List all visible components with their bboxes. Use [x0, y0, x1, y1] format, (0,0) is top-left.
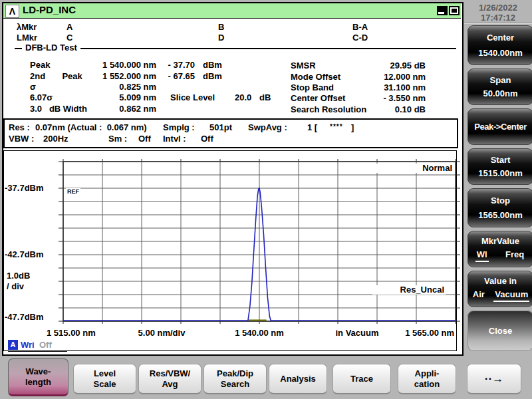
vacuum-mode-label: in Vacuum — [335, 329, 378, 338]
ref-line-label: REF — [66, 188, 80, 195]
menu-label: Trace — [350, 374, 373, 384]
result-label: σ — [30, 82, 36, 92]
minimize-button[interactable] — [437, 6, 448, 15]
result-value: 29.95 dB — [351, 61, 426, 70]
menu-label: Analysis — [280, 374, 315, 384]
result-wavelength: 5.009 nm — [90, 93, 156, 102]
result-label: Center Offset — [291, 94, 345, 103]
y-scale-label-2: / div — [7, 282, 24, 291]
menu-label: Scale — [94, 379, 116, 390]
menu-label: Search — [221, 379, 249, 390]
spectrum-chart — [59, 157, 464, 327]
option-air[interactable]: Air — [471, 289, 486, 301]
swpavg-stars: **** — [330, 122, 343, 132]
x-tick-start: 1 515.00 nm — [47, 329, 96, 338]
softkey-center[interactable]: Center 1540.00nm — [467, 25, 532, 65]
softkey-value: 50.00nm — [483, 88, 517, 98]
softkey-mkr-value[interactable]: MkrValue Wl Freq — [467, 231, 532, 267]
sidebar-separator — [464, 23, 532, 24]
menu-more-arrow[interactable]: ··→ — [467, 364, 521, 394]
date-display: 1/26/2022 — [465, 3, 531, 13]
result-label: 2nd Peak — [30, 72, 82, 81]
swpavg-bracket: ] — [351, 123, 354, 132]
softkey-label: Span — [490, 75, 511, 85]
softkey-label: Stop — [491, 196, 510, 205]
option-wavelength[interactable]: Wl — [475, 249, 489, 262]
softkey-peak-to-center[interactable]: Peak->Center — [467, 108, 532, 145]
res-value: 0.07nm (Actual : 0.067 nm) — [35, 123, 147, 132]
menu-application[interactable]: Appli- cation — [398, 364, 456, 394]
softkey-label: Center — [487, 33, 514, 43]
intvl-value: Off — [201, 134, 213, 144]
menu-res-vbw-avg[interactable]: Res/VBW/ Avg — [138, 364, 201, 394]
softkey-label: Start — [491, 155, 511, 165]
softkey-value: 1540.00nm — [478, 48, 523, 58]
result-label: Mode Offset — [291, 72, 340, 82]
menu-label: Level — [94, 368, 116, 379]
x-tick-center: 1 540.00 nm — [235, 329, 284, 338]
menu-trace[interactable]: Trace — [332, 364, 391, 394]
analysis-section-title: DFB-LD Test — [22, 43, 80, 53]
result-level-unit: dBm — [203, 61, 222, 70]
result-wavelength: 1 540.000 nm — [90, 61, 156, 70]
marker-c-d-label: C-D — [352, 33, 368, 43]
marker-b-label: B — [218, 23, 224, 32]
softkey-close[interactable]: Close — [467, 311, 532, 351]
swpavg-value: 1 [ — [307, 123, 317, 132]
maximize-button[interactable] — [449, 6, 460, 15]
menu-label: Res/VBW/ — [150, 368, 190, 379]
softkey-label: Close — [489, 326, 512, 336]
trace-write-mode[interactable]: Wri — [21, 340, 35, 350]
y-axis-mid-label: -42.7dBm — [5, 250, 44, 259]
more-arrow-icon: ··→ — [485, 374, 503, 384]
option-frequency[interactable]: Freq — [504, 249, 525, 261]
option-vacuum[interactable]: Vacuum — [493, 289, 529, 302]
x-tick-stop: 1 565.00 nm — [401, 329, 454, 338]
result-wavelength: 0.825 nm — [90, 82, 156, 92]
trace-slot-badge[interactable]: A — [8, 340, 18, 350]
trace-display-state[interactable]: Off — [39, 340, 52, 350]
softkey-start[interactable]: Start 1515.00nm — [467, 148, 532, 185]
result-wavelength: 0.862 nm — [90, 104, 156, 114]
marker-b-a-label: B-A — [352, 23, 368, 32]
intvl-label: Intvl : — [163, 134, 186, 144]
result-label: 3.0 dB Width — [30, 104, 87, 114]
softkey-stop[interactable]: Stop 1565.00nm — [467, 188, 532, 227]
marker-d-label: D — [218, 33, 224, 43]
result-value: 31.100 nm — [351, 83, 426, 92]
trace-indicator-underline — [8, 350, 67, 352]
softkey-value-in[interactable]: Value in Air Vacuum — [467, 271, 532, 307]
menu-label: Wave- — [26, 366, 51, 377]
menu-level-scale[interactable]: Level Scale — [73, 364, 136, 394]
result-level-unit: dBm — [203, 72, 222, 81]
sm-label: Sm : — [108, 134, 127, 144]
menu-wavelength[interactable]: Wave- length — [8, 358, 68, 396]
softkey-span[interactable]: Span 50.00nm — [467, 68, 532, 105]
marker-c-label: C — [66, 33, 72, 43]
maximize-icon — [450, 7, 458, 14]
lambda-marker-label: λMkr — [17, 23, 37, 32]
result-level: - 67.65 — [155, 72, 195, 81]
result-label: SMSR — [291, 61, 316, 70]
menu-label: length — [25, 377, 51, 388]
sm-value: Off — [138, 134, 151, 144]
vbw-value: 200Hz — [43, 134, 68, 144]
softkey-label: Peak->Center — [474, 122, 527, 132]
result-value: 0.10 dB — [351, 105, 426, 114]
section-divider — [15, 48, 456, 49]
menu-label: Avg — [162, 379, 178, 390]
result-label: Peak — [30, 61, 50, 70]
menu-analysis[interactable]: Analysis — [269, 364, 327, 394]
softkey-value: 1565.00nm — [478, 210, 523, 220]
result-level: - 37.70 — [155, 61, 195, 70]
smplg-label: Smplg : — [163, 123, 195, 132]
level-marker-label: LMkr — [17, 33, 37, 43]
res-label: Res : — [9, 123, 30, 132]
result-value: 12.000 nm — [351, 72, 426, 82]
y-scale-label: 1.0dB — [7, 271, 30, 281]
vbw-label: VBW : — [9, 134, 34, 144]
softkey-value: 1515.00nm — [478, 168, 523, 178]
softkey-label: MkrValue — [481, 236, 519, 246]
softkey-label: Value in — [484, 276, 517, 286]
menu-peak-dip-search[interactable]: Peak/Dip Search — [203, 364, 267, 394]
